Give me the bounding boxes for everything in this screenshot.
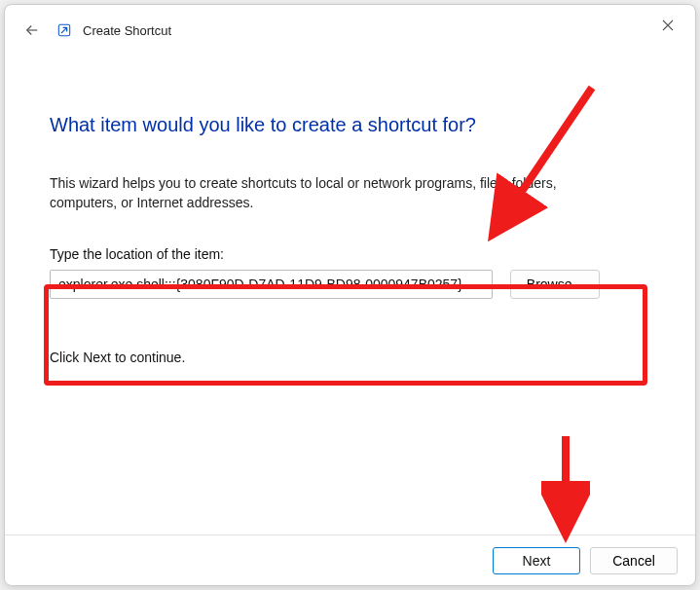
continue-hint: Click Next to continue. xyxy=(50,350,650,365)
cancel-button[interactable]: Cancel xyxy=(590,547,678,574)
browse-button[interactable]: Browse... xyxy=(510,270,600,299)
content-area: What item would you like to create a sho… xyxy=(5,55,695,535)
next-button[interactable]: Next xyxy=(493,547,580,574)
back-button[interactable] xyxy=(18,17,46,44)
shortcut-icon xyxy=(57,23,71,37)
location-field-group: Type the location of the item: Browse... xyxy=(50,246,650,299)
footer: Next Cancel xyxy=(5,535,695,585)
location-label: Type the location of the item: xyxy=(50,246,650,262)
create-shortcut-dialog: Create Shortcut What item would you like… xyxy=(4,4,696,586)
close-icon xyxy=(662,19,674,31)
close-button[interactable] xyxy=(646,11,689,40)
description-text: This wizard helps you to create shortcut… xyxy=(50,173,614,213)
annotation-highlight-box xyxy=(44,284,647,386)
location-row: Browse... xyxy=(50,270,650,299)
dialog-title: Create Shortcut xyxy=(83,23,171,38)
page-heading: What item would you like to create a sho… xyxy=(50,114,650,136)
arrow-left-icon xyxy=(23,21,41,39)
location-input[interactable] xyxy=(50,270,493,299)
titlebar: Create Shortcut xyxy=(5,5,695,55)
